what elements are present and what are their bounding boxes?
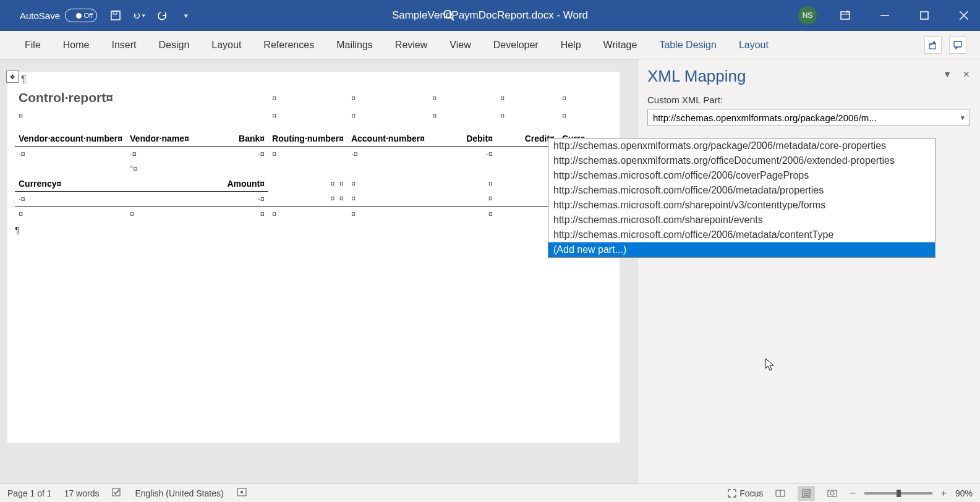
pane-options-icon[interactable]: ▼ <box>943 69 952 79</box>
read-mode-icon[interactable] <box>772 486 789 501</box>
table-cell[interactable]: °¤ <box>126 161 213 176</box>
spellcheck-icon[interactable] <box>111 487 122 499</box>
tab-file[interactable]: File <box>14 31 52 59</box>
table-cell[interactable]: ·¤ <box>347 147 428 161</box>
tab-mailings[interactable]: Mailings <box>325 31 384 59</box>
tab-insert[interactable]: Insert <box>100 31 147 59</box>
tab-writage[interactable]: Writage <box>592 31 649 59</box>
table-cell[interactable]: ¤ <box>268 88 347 108</box>
tab-references[interactable]: References <box>252 31 325 59</box>
table-cell[interactable]: ¤ <box>15 206 126 221</box>
autosave-toggle[interactable]: Off <box>65 9 97 22</box>
col-debit: Debit¤ <box>428 131 496 147</box>
close-icon[interactable] <box>953 4 975 27</box>
dropdown-item[interactable]: http://schemas.openxmlformats.org/packag… <box>548 138 935 153</box>
print-layout-icon[interactable] <box>798 486 815 501</box>
col-vendor-account: Vendor·account·number¤ <box>15 131 126 147</box>
xml-mapping-pane: ▼ ✕ XML Mapping Custom XML Part: http://… <box>637 59 980 483</box>
table-cell[interactable]: ¤ <box>347 206 428 221</box>
table-cell[interactable]: ¤ <box>496 108 558 122</box>
tab-review[interactable]: Review <box>384 31 438 59</box>
table-cell[interactable]: ¤ <box>347 88 428 108</box>
status-page[interactable]: Page 1 of 1 <box>7 488 52 498</box>
table-cell[interactable]: ·¤ <box>15 191 126 206</box>
customize-qat-icon[interactable]: ▾ <box>180 9 192 22</box>
comments-icon[interactable] <box>949 36 966 54</box>
xml-part-dropdown[interactable]: http://schemas.openxmlformats.org/packag… <box>548 138 935 258</box>
dropdown-item[interactable]: http://schemas.microsoft.com/sharepoint/… <box>548 198 935 213</box>
table-cell[interactable]: ·¤ <box>126 147 213 161</box>
ribbon-tabs: File Home Insert Design Layout Reference… <box>0 31 980 59</box>
main-area: ✥ ¶ Control·report¤ ¤ ¤ ¤ ¤ ¤ ¤ ¤ ¤ ¤ ¤ <box>0 59 980 483</box>
col-routing: Routing·number¤ <box>268 131 347 147</box>
table-cell[interactable]: ¤ <box>268 147 347 161</box>
chevron-down-icon[interactable]: ▼ <box>960 114 966 121</box>
tab-layout[interactable]: Layout <box>200 31 252 59</box>
focus-button[interactable]: Focus <box>727 488 763 498</box>
tab-developer[interactable]: Developer <box>482 31 550 59</box>
table-cell[interactable]: ¤ <box>428 191 496 206</box>
col-bank: Bank¤ <box>213 131 268 147</box>
save-icon[interactable] <box>109 9 122 22</box>
macro-record-icon[interactable] <box>236 487 247 499</box>
col-amount: Amount¤ <box>213 176 268 192</box>
table-cell[interactable]: ¤ <box>428 206 496 221</box>
tab-view[interactable]: View <box>438 31 482 59</box>
zoom-slider-thumb[interactable] <box>897 490 901 497</box>
table-cell[interactable]: ·¤ <box>213 191 268 206</box>
table-cell[interactable]: ¤ <box>347 108 428 122</box>
table-cell[interactable]: ¤ <box>558 108 612 122</box>
table-cell[interactable]: ¤ <box>428 88 496 108</box>
table-cell[interactable]: ¤ <box>347 176 428 192</box>
table-cell[interactable]: ¤ <box>15 108 268 122</box>
zoom-in-icon[interactable]: + <box>941 488 947 499</box>
ribbon-display-options-icon[interactable] <box>834 4 856 27</box>
user-avatar[interactable]: NS <box>798 6 817 25</box>
table-cell[interactable]: ¤ <box>213 206 268 221</box>
minimize-icon[interactable] <box>874 4 896 27</box>
table-cell[interactable]: ¤ <box>428 108 496 122</box>
table-cell[interactable]: ¤ <box>268 108 347 122</box>
tab-help[interactable]: Help <box>550 31 592 59</box>
zoom-level[interactable]: 90% <box>955 488 973 498</box>
share-icon[interactable] <box>924 36 942 54</box>
table-cell[interactable]: ¤ ¤ <box>268 191 347 206</box>
table-cell[interactable]: ¤ <box>558 88 612 108</box>
dropdown-item[interactable]: http://schemas.microsoft.com/office/2006… <box>548 183 935 198</box>
table-cell[interactable]: ·¤ <box>428 147 496 161</box>
tab-table-design[interactable]: Table Design <box>648 31 728 59</box>
table-cell[interactable]: ¤ <box>496 88 558 108</box>
xml-part-select[interactable]: http://schemas.openxmlformats.org/packag… <box>647 109 970 126</box>
undo-icon[interactable]: ▾ <box>133 9 145 22</box>
table-cell[interactable]: ¤ <box>126 206 213 221</box>
redo-icon[interactable] <box>156 9 169 22</box>
table-cell[interactable]: ¤ <box>428 176 496 192</box>
col-vendor-name: Vendor·name¤ <box>126 131 213 147</box>
autosave-toggle-group[interactable]: AutoSave Off <box>20 9 97 22</box>
document-canvas[interactable]: ✥ ¶ Control·report¤ ¤ ¤ ¤ ¤ ¤ ¤ ¤ ¤ ¤ ¤ <box>0 59 637 483</box>
tab-table-layout[interactable]: Layout <box>728 31 780 59</box>
table-cell[interactable]: ¤ <box>268 206 347 221</box>
pane-title: XML Mapping <box>647 67 970 86</box>
xml-part-select-value: http://schemas.openxmlformats.org/packag… <box>653 113 965 123</box>
maximize-icon[interactable] <box>913 4 935 27</box>
table-move-handle-icon[interactable]: ✥ <box>6 70 19 83</box>
table-cell[interactable]: ¤ ¤ <box>268 176 347 192</box>
web-layout-icon[interactable] <box>824 486 841 501</box>
zoom-slider[interactable] <box>864 492 932 495</box>
dropdown-item[interactable]: http://schemas.microsoft.com/office/2006… <box>548 168 935 183</box>
status-language[interactable]: English (United States) <box>135 488 223 498</box>
dropdown-item-add-new[interactable]: (Add new part...) <box>548 242 935 257</box>
dropdown-item[interactable]: http://schemas.microsoft.com/sharepoint/… <box>548 213 935 228</box>
table-cell[interactable]: ·¤ <box>15 147 126 161</box>
table-cell[interactable]: ¤ <box>347 191 428 206</box>
document-table[interactable]: Control·report¤ ¤ ¤ ¤ ¤ ¤ ¤ ¤ ¤ ¤ ¤ ¤ <box>15 88 612 221</box>
status-words[interactable]: 17 words <box>64 488 100 498</box>
zoom-out-icon[interactable]: − <box>850 488 855 499</box>
tab-design[interactable]: Design <box>147 31 200 59</box>
pane-close-icon[interactable]: ✕ <box>963 69 970 79</box>
table-cell[interactable]: ·¤ <box>213 147 268 161</box>
dropdown-item[interactable]: http://schemas.microsoft.com/office/2006… <box>548 228 935 242</box>
dropdown-item[interactable]: http://schemas.openxmlformats.org/office… <box>548 153 935 168</box>
tab-home[interactable]: Home <box>52 31 101 59</box>
